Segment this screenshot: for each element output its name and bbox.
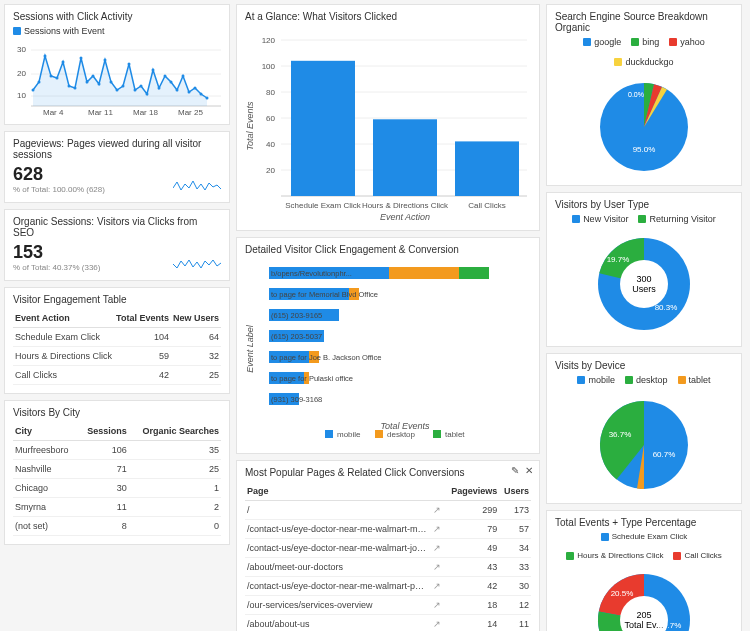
svg-point-31 <box>176 89 179 92</box>
card-title: Visitors By City <box>13 407 221 418</box>
table-row[interactable]: Schedule Exam Click10464 <box>13 328 221 347</box>
svg-point-25 <box>140 85 143 88</box>
svg-text:19.7%: 19.7% <box>607 255 630 264</box>
svg-text:mobile: mobile <box>337 430 361 439</box>
card-title: Sessions with Click Activity <box>13 11 221 22</box>
table-row[interactable]: (not set)80 <box>13 517 221 536</box>
svg-text:80.3%: 80.3% <box>655 303 678 312</box>
svg-text:80: 80 <box>266 88 275 97</box>
svg-point-26 <box>146 93 149 96</box>
svg-point-33 <box>188 91 191 94</box>
edit-icon[interactable]: ✎ <box>511 465 519 476</box>
svg-text:120: 120 <box>262 36 276 45</box>
svg-point-21 <box>116 89 119 92</box>
table-row[interactable]: /contact-us/eye-doctor-near-me-walmart-p… <box>245 577 531 596</box>
svg-point-30 <box>170 81 173 84</box>
svg-point-20 <box>110 81 113 84</box>
svg-point-18 <box>98 83 101 86</box>
external-link-icon[interactable]: ↗ <box>431 520 445 539</box>
svg-text:Mar 25: Mar 25 <box>178 108 203 116</box>
svg-point-24 <box>134 89 137 92</box>
pages-table: Page Pageviews Users /↗299173/contact-us… <box>245 482 531 631</box>
table-row[interactable]: /about/about-us↗1411 <box>245 615 531 632</box>
table-row[interactable]: Nashville7125 <box>13 460 221 479</box>
svg-text:desktop: desktop <box>387 430 416 439</box>
svg-text:(615) 203-5037: (615) 203-5037 <box>271 332 322 341</box>
detailed-click-card: Detailed Visitor Click Engagement & Conv… <box>236 237 540 454</box>
table-row[interactable]: /about/meet-our-doctors↗4333 <box>245 558 531 577</box>
at-glance-card: At a Glance: What Visitors Clicked Total… <box>236 4 540 231</box>
svg-point-8 <box>38 81 41 84</box>
table-row[interactable]: Hours & Directions Click5932 <box>13 347 221 366</box>
table-row[interactable]: /contact-us/eye-doctor-near-me-walmart-m… <box>245 520 531 539</box>
svg-point-7 <box>32 89 35 92</box>
svg-text:Users: Users <box>632 284 656 294</box>
svg-text:to page for Memorial Blvd Offi: to page for Memorial Blvd Office <box>271 290 378 299</box>
svg-text:30: 30 <box>17 45 26 54</box>
organic-metric-card: Organic Sessions: Visitors via Clicks fr… <box>4 209 230 281</box>
engagement-table-card: Visitor Engagement Table Event Action To… <box>4 287 230 394</box>
external-link-icon[interactable]: ↗ <box>431 501 445 520</box>
svg-rect-55 <box>291 61 355 196</box>
svg-point-16 <box>86 81 89 84</box>
card-title: Visits by Device <box>555 360 733 371</box>
external-link-icon[interactable]: ↗ <box>431 577 445 596</box>
svg-text:Mar 11: Mar 11 <box>88 108 113 116</box>
device-card: Visits by Device mobile desktop tablet 6… <box>546 353 742 504</box>
external-link-icon[interactable]: ↗ <box>431 558 445 577</box>
svg-point-10 <box>50 75 53 78</box>
svg-text:100: 100 <box>262 62 276 71</box>
metric-value: 628 <box>13 164 105 185</box>
svg-point-19 <box>104 59 107 62</box>
svg-rect-83 <box>325 430 333 438</box>
svg-text:60: 60 <box>266 114 275 123</box>
card-title: Total Events + Type Percentage <box>555 517 733 528</box>
svg-text:(615) 203-9165: (615) 203-9165 <box>271 311 322 320</box>
engagement-table: Event Action Total Events New Users Sche… <box>13 309 221 385</box>
svg-point-9 <box>44 55 47 58</box>
table-row[interactable]: /↗299173 <box>245 501 531 520</box>
svg-rect-85 <box>375 430 383 438</box>
svg-text:40: 40 <box>266 140 275 149</box>
table-row[interactable]: Call Clicks4225 <box>13 366 221 385</box>
table-row[interactable]: /contact-us/eye-doctor-near-me-walmart-j… <box>245 539 531 558</box>
table-row[interactable]: Smyrna112 <box>13 498 221 517</box>
card-title: At a Glance: What Visitors Clicked <box>245 11 531 22</box>
external-link-icon[interactable]: ↗ <box>431 615 445 632</box>
device-pie: 60.7% 36.7% <box>555 389 733 495</box>
svg-text:to page for Pulaski office: to page for Pulaski office <box>271 374 353 383</box>
external-link-icon[interactable]: ↗ <box>431 596 445 615</box>
svg-text:to page for Joe B. Jackson Off: to page for Joe B. Jackson Office <box>271 353 381 362</box>
metric-value: 153 <box>13 242 100 263</box>
search-engine-pie: 95.0% 0.0% <box>555 71 733 177</box>
card-title: Visitors by User Type <box>555 199 733 210</box>
svg-rect-65 <box>459 267 489 279</box>
svg-text:0.0%: 0.0% <box>628 91 644 98</box>
svg-text:Total Ev...: Total Ev... <box>625 620 664 630</box>
svg-rect-87 <box>433 430 441 438</box>
svg-text:36.7%: 36.7% <box>609 430 632 439</box>
table-row[interactable]: /our-services/services-overview↗1812 <box>245 596 531 615</box>
svg-point-27 <box>152 69 155 72</box>
close-icon[interactable]: ✕ <box>525 465 533 476</box>
city-table: City Sessions Organic Searches Murfreesb… <box>13 422 221 536</box>
table-row[interactable]: Chicago301 <box>13 479 221 498</box>
svg-point-36 <box>206 97 209 100</box>
svg-text:50.7%: 50.7% <box>659 621 682 630</box>
svg-text:Schedule Exam Click: Schedule Exam Click <box>285 201 362 210</box>
svg-text:Event Label: Event Label <box>245 324 255 373</box>
svg-point-13 <box>68 85 71 88</box>
svg-text:tablet: tablet <box>445 430 465 439</box>
svg-text:205: 205 <box>636 610 651 620</box>
svg-point-29 <box>164 75 167 78</box>
svg-rect-59 <box>455 141 519 196</box>
card-title: Pageviews: Pages viewed during all visit… <box>13 138 221 160</box>
table-row[interactable]: Murfreesboro10635 <box>13 441 221 460</box>
svg-point-17 <box>92 75 95 78</box>
card-title: Visitor Engagement Table <box>13 294 221 305</box>
external-link-icon[interactable]: ↗ <box>431 539 445 558</box>
svg-point-34 <box>194 87 197 90</box>
svg-text:95.0%: 95.0% <box>633 145 656 154</box>
sparkline <box>173 178 221 194</box>
svg-text:b/opens/Revolutionphr...: b/opens/Revolutionphr... <box>271 269 352 278</box>
